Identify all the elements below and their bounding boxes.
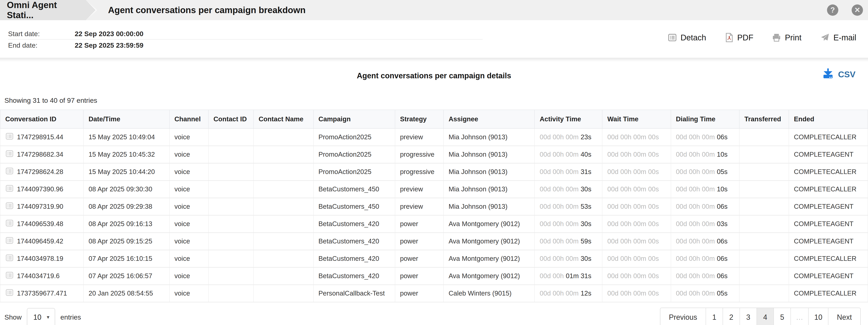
contact-name-cell [253, 250, 313, 267]
activity-time-cell-zero-part: 00d 00h [539, 272, 564, 280]
pagination-next-button[interactable]: Next [828, 308, 860, 325]
pagination-page-3[interactable]: 3 [740, 308, 756, 325]
table-row: 1747298624.2815 May 2025 10:44:20voicePr… [0, 163, 868, 181]
pdf-file-icon [724, 33, 734, 42]
ended-cell: COMPLETEAGENT [789, 215, 868, 232]
conversation-details-icon[interactable] [5, 288, 14, 298]
contact-name-cell [253, 128, 313, 146]
channel-cell: voice [169, 250, 209, 267]
email-button[interactable]: E-mail [820, 33, 856, 42]
help-icon[interactable]: ? [827, 4, 838, 16]
column-header-wait-time[interactable]: Wait Time [602, 110, 671, 128]
page-size-value: 10 [33, 313, 41, 322]
end-date-row: End date: 22 Sep 2025 23:59:59 [8, 39, 483, 51]
conversation-details-icon[interactable] [5, 236, 14, 246]
conversation-details-icon[interactable] [5, 254, 14, 264]
campaign-cell: PromoAction2025 [313, 146, 395, 163]
activity-time-cell: 00d 00h 00m53s [534, 198, 602, 215]
pagination-page-4[interactable]: 4 [756, 308, 774, 325]
wait-time-cell-zero-part: 00d 00h 00m 00s [607, 151, 659, 158]
date-range: Start date: 22 Sep 2023 00:00:00 End dat… [8, 20, 483, 51]
datetime-cell: 15 May 2025 10:49:04 [84, 128, 169, 146]
contact-id-cell [209, 146, 253, 163]
column-header-contact-id[interactable]: Contact ID [209, 110, 253, 128]
pagination-page-5[interactable]: 5 [774, 308, 790, 325]
transferred-cell [739, 232, 789, 250]
datetime-cell: 08 Apr 2025 09:30:30 [84, 181, 169, 198]
page-title: Agent conversations per campaign breakdo… [108, 5, 306, 15]
column-header-strategy[interactable]: Strategy [395, 110, 444, 128]
activity-time-cell-value-part: 01m 31s [566, 272, 591, 280]
conversation-details-icon[interactable] [5, 150, 14, 160]
activity-time-cell-zero-part: 00d 00h 00m [539, 168, 579, 175]
wait-time-cell: 00d 00h 00m 00s [602, 285, 671, 302]
tab-omni-agent-stats[interactable]: Omni Agent Stati... [0, 0, 86, 20]
contact-name-cell [253, 198, 313, 215]
detach-button[interactable]: Detach [668, 33, 706, 42]
conversation-details-icon[interactable] [5, 167, 14, 177]
column-header-transferred[interactable]: Transferred [739, 110, 789, 128]
conversation-details-icon[interactable] [5, 201, 14, 212]
show-label: Show [4, 313, 22, 321]
column-header-ended[interactable]: Ended [789, 110, 868, 128]
activity-time-cell: 00d 00h 00m31s [534, 163, 602, 181]
conversation-details-icon[interactable] [5, 184, 14, 194]
conversation-id: 1737359677.471 [17, 290, 67, 297]
datetime-cell: 07 Apr 2025 16:10:15 [84, 250, 169, 267]
dialing-time-cell-value-part: 06s [717, 272, 727, 280]
column-header-dialing-time[interactable]: Dialing Time [671, 110, 739, 128]
conversation-id: 1744096459.42 [17, 237, 63, 245]
wait-time-cell-zero-part: 00d 00h 00m 00s [607, 168, 659, 175]
column-header-campaign[interactable]: Campaign [313, 110, 395, 128]
pagination-page-2[interactable]: 2 [722, 308, 740, 325]
channel-cell: voice [169, 267, 209, 285]
conversation-id: 1744034978.19 [17, 255, 63, 262]
dialing-time-cell: 00d 00h 00m06s [671, 128, 739, 146]
activity-time-cell-value-part: 30s [581, 220, 591, 228]
column-header-activity-time[interactable]: Activity Time [534, 110, 602, 128]
column-header-date-time[interactable]: Date/Time [84, 110, 169, 128]
conversation-id: 1747298682.34 [17, 151, 63, 158]
datetime-cell: 07 Apr 2025 16:06:57 [84, 267, 169, 285]
channel-cell: voice [169, 232, 209, 250]
ended-cell: COMPLETECALLER [789, 250, 868, 267]
channel-cell: voice [169, 163, 209, 181]
column-header-contact-name[interactable]: Contact Name [253, 110, 313, 128]
pagination-page-10[interactable]: 10 [808, 308, 828, 325]
column-header-conversation-id[interactable]: Conversation ID [0, 110, 84, 128]
conversation-details-icon[interactable] [5, 271, 14, 281]
wait-time-cell: 00d 00h 00m 00s [602, 267, 671, 285]
csv-download-button[interactable]: CSV [822, 68, 856, 81]
table-row: 1744096539.4808 Apr 2025 09:16:13voiceBe… [0, 215, 868, 232]
pagination-previous-button[interactable]: Previous [660, 308, 706, 325]
dialing-time-cell: 00d 00h 00m05s [671, 163, 739, 181]
column-header-assignee[interactable]: Assignee [443, 110, 534, 128]
conversation-details-icon[interactable] [5, 132, 14, 142]
column-header-channel[interactable]: Channel [169, 110, 209, 128]
ended-cell: COMPLETECALLER [789, 163, 868, 181]
assignee-cell: Mia Johnson (9013) [443, 181, 534, 198]
contact-name-cell [253, 215, 313, 232]
page-size-select[interactable]: 10 ▼ [27, 308, 55, 325]
print-button[interactable]: Print [772, 33, 801, 42]
activity-time-cell-value-part: 31s [581, 168, 591, 175]
contact-name-cell [253, 181, 313, 198]
activity-time-cell: 00d 00h 00m30s [534, 215, 602, 232]
pagination-page-1[interactable]: 1 [706, 308, 722, 325]
panel-divider [0, 58, 868, 62]
datetime-cell: 08 Apr 2025 09:29:38 [84, 198, 169, 215]
close-icon[interactable]: ✕ [851, 4, 863, 16]
table-row: 1744034719.607 Apr 2025 16:06:57voiceBet… [0, 267, 868, 285]
channel-cell: voice [169, 128, 209, 146]
pdf-button[interactable]: PDF [724, 33, 753, 42]
ended-cell: COMPLETECALLER [789, 128, 868, 146]
conversation-details-icon[interactable] [5, 219, 14, 229]
contact-id-cell [209, 250, 253, 267]
contact-id-cell [209, 232, 253, 250]
strategy-cell: progressive [395, 146, 444, 163]
dialing-time-cell-zero-part: 00d 00h 00m [676, 290, 715, 297]
assignee-cell: Caleb Winters (9015) [443, 285, 534, 302]
contact-id-cell [209, 267, 253, 285]
ended-cell: COMPLETEAGENT [789, 146, 868, 163]
dialing-time-cell-zero-part: 00d 00h 00m [676, 272, 715, 280]
